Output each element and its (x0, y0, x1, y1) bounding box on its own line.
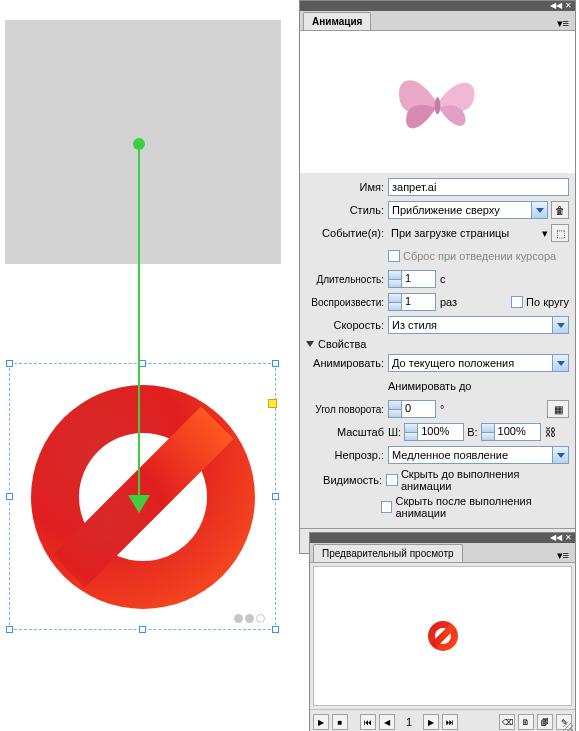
duration-value[interactable]: 1 (402, 271, 435, 287)
tab-preview[interactable]: Предварительный просмотр (313, 544, 463, 562)
handle-top-left[interactable] (6, 360, 13, 367)
panel-menu-icon[interactable]: ▾≡ (551, 549, 575, 562)
preset-preview (300, 31, 575, 173)
preview-tabs: Предварительный просмотр ▾≡ (310, 543, 575, 563)
style-value: Приближение сверху (389, 204, 531, 216)
preview-canvas[interactable] (313, 566, 572, 706)
panel-body: Имя: Стиль: Приближение сверху 🗑 Событие… (300, 173, 575, 528)
scale-h-label: В: (467, 426, 477, 438)
play-spinner[interactable]: 1 (388, 293, 436, 311)
prev-frame-button[interactable]: ◀ (379, 714, 395, 730)
play-button[interactable]: ▶ (313, 714, 329, 730)
preview-titlebar[interactable]: ◀◀ ✕ (310, 533, 575, 543)
handle-bot-left[interactable] (6, 626, 13, 633)
speed-value: Из стиля (389, 319, 552, 331)
chevron-down-icon[interactable] (531, 202, 547, 218)
animate-to-label: Анимировать до (388, 380, 471, 392)
scale-w-value[interactable]: 100% (418, 424, 463, 440)
scale-h-spinner[interactable]: 100% (481, 423, 541, 441)
preview-body (310, 563, 575, 709)
hide-before-checkbox[interactable] (386, 474, 398, 486)
butterfly-icon (390, 66, 485, 138)
resize-grip[interactable] (563, 722, 573, 731)
speed-label: Скорость: (306, 319, 388, 331)
button-trigger-icon[interactable]: ⬚ (551, 224, 569, 242)
play-unit: раз (440, 296, 457, 308)
doc-icon[interactable]: 🗐 (537, 714, 553, 730)
event-value: При загрузке страницы (388, 227, 538, 239)
scale-w-label: Ш: (388, 426, 401, 438)
close-icon[interactable]: ✕ (565, 534, 572, 542)
preview-panel: ◀◀ ✕ Предварительный просмотр ▾≡ ▶ ■ ⏮ ◀… (309, 532, 576, 731)
loop-checkbox[interactable] (511, 296, 523, 308)
rotate-spinner[interactable]: 0 (388, 400, 436, 418)
duration-label: Длительность: (306, 274, 388, 285)
motion-path-line[interactable] (138, 143, 140, 505)
triangle-down-icon (306, 341, 314, 347)
hide-after-label: Скрыть после выполнения анимации (395, 495, 569, 519)
chevron-down-icon[interactable] (552, 447, 568, 463)
opacity-dropdown[interactable]: Медленное появление (388, 446, 569, 464)
tab-animation[interactable]: Анимация (303, 12, 371, 30)
clear-button[interactable]: ⌫ (499, 714, 515, 730)
first-frame-button[interactable]: ⏮ (360, 714, 376, 730)
animation-panel: ◀◀ ✕ Анимация ▾≡ Имя: Стиль: Приближение… (299, 0, 576, 554)
style-dropdown[interactable]: Приближение сверху (388, 201, 548, 219)
handle-mid-right[interactable] (272, 493, 279, 500)
animate-label: Анимировать: (306, 357, 388, 369)
page-icon[interactable]: 🗎 (518, 714, 534, 730)
loop-label: По кругу (526, 296, 569, 308)
handle-bot-mid[interactable] (139, 626, 146, 633)
event-dropdown[interactable]: При загрузке страницы▾ (388, 224, 548, 242)
next-frame-button[interactable]: ▶ (423, 714, 439, 730)
handle-mid-left[interactable] (6, 493, 13, 500)
play-label: Воспроизвести: (306, 297, 388, 308)
speed-dropdown[interactable]: Из стиля (388, 316, 569, 334)
handle-bot-right[interactable] (272, 626, 279, 633)
frame-number: 1 (398, 716, 420, 728)
motion-path-arrow[interactable] (128, 495, 150, 513)
tab-label: Анимация (312, 16, 362, 27)
scale-w-spinner[interactable]: 100% (404, 423, 464, 441)
last-frame-button[interactable]: ⏭ (442, 714, 458, 730)
panel-menu-icon[interactable]: ▾≡ (551, 17, 575, 30)
animate-value: До текущего положения (389, 357, 552, 369)
properties-section[interactable]: Свойства (306, 338, 569, 350)
opacity-label: Непрозр.: (306, 449, 388, 461)
preview-tab-label: Предварительный просмотр (322, 548, 454, 559)
svg-point-0 (435, 97, 441, 114)
hide-after-checkbox[interactable] (381, 501, 392, 513)
hide-before-label: Скрыть до выполнения анимации (401, 468, 569, 492)
style-label: Стиль: (306, 204, 388, 216)
link-icon[interactable]: ⛓ (544, 426, 558, 438)
visibility-label: Видимость: (306, 474, 386, 486)
reset-label: Сброс при отведении курсора (403, 250, 556, 262)
opacity-value: Медленное появление (389, 449, 552, 461)
play-value[interactable]: 1 (402, 294, 435, 310)
origin-marker[interactable] (268, 399, 277, 408)
reset-checkbox[interactable] (388, 250, 400, 262)
collapse-icon[interactable]: ◀◀ (550, 534, 562, 542)
trash-icon[interactable]: 🗑 (551, 201, 569, 219)
event-label: Событие(я): (306, 227, 388, 239)
name-input[interactable] (388, 178, 569, 196)
proxy-grid-icon[interactable]: ▦ (547, 400, 569, 418)
duration-spinner[interactable]: 1 (388, 270, 436, 288)
panel-titlebar[interactable]: ◀◀ ✕ (300, 1, 575, 11)
scale-h-value[interactable]: 100% (495, 424, 540, 440)
scale-label: Масштаб (306, 426, 388, 438)
motion-path-start[interactable] (133, 138, 145, 150)
preview-controls: ▶ ■ ⏮ ◀ 1 ▶ ⏭ ⌫ 🗎 🗐 ✎ (310, 709, 575, 731)
rotate-label: Угол поворота: (306, 404, 388, 415)
close-icon[interactable]: ✕ (565, 2, 572, 10)
content-grabber[interactable] (234, 614, 265, 623)
collapse-icon[interactable]: ◀◀ (550, 2, 562, 10)
chevron-down-icon[interactable] (552, 317, 568, 333)
chevron-down-icon[interactable]: ▾ (542, 227, 548, 240)
properties-label: Свойства (318, 338, 366, 350)
handle-top-right[interactable] (272, 360, 279, 367)
animate-dropdown[interactable]: До текущего положения (388, 354, 569, 372)
chevron-down-icon[interactable] (552, 355, 568, 371)
rotate-value[interactable]: 0 (402, 401, 435, 417)
stop-button[interactable]: ■ (332, 714, 348, 730)
